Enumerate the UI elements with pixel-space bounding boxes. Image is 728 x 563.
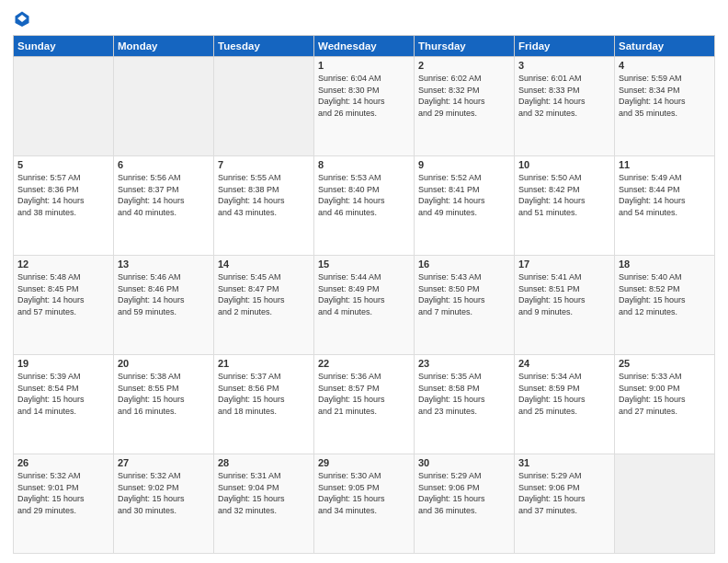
day-info: Sunrise: 5:36 AM Sunset: 8:57 PM Dayligh… [318,371,410,417]
day-number: 28 [218,457,310,468]
day-info: Sunrise: 6:01 AM Sunset: 8:33 PM Dayligh… [518,73,610,119]
calendar-cell: 10Sunrise: 5:50 AM Sunset: 8:42 PM Dayli… [515,156,615,256]
day-number: 31 [518,457,610,468]
day-info: Sunrise: 5:32 AM Sunset: 9:01 PM Dayligh… [17,470,109,516]
day-info: Sunrise: 5:29 AM Sunset: 9:06 PM Dayligh… [418,470,510,516]
day-info: Sunrise: 5:41 AM Sunset: 8:51 PM Dayligh… [518,271,610,317]
day-number: 22 [318,358,410,369]
day-info: Sunrise: 5:59 AM Sunset: 8:34 PM Dayligh… [619,73,711,119]
day-info: Sunrise: 5:52 AM Sunset: 8:41 PM Dayligh… [418,172,510,218]
day-number: 14 [218,259,310,270]
day-info: Sunrise: 5:32 AM Sunset: 9:02 PM Dayligh… [118,470,210,516]
calendar-cell: 18Sunrise: 5:40 AM Sunset: 8:52 PM Dayli… [615,256,715,355]
calendar-week-row: 12Sunrise: 5:48 AM Sunset: 8:45 PM Dayli… [14,256,715,355]
calendar-cell: 17Sunrise: 5:41 AM Sunset: 8:51 PM Dayli… [515,256,615,355]
calendar-cell: 31Sunrise: 5:29 AM Sunset: 9:06 PM Dayli… [515,454,615,554]
calendar-cell: 6Sunrise: 5:56 AM Sunset: 8:37 PM Daylig… [114,156,214,256]
calendar-week-row: 1Sunrise: 6:04 AM Sunset: 8:30 PM Daylig… [14,57,715,156]
day-number: 1 [318,60,410,71]
day-number: 18 [619,259,711,270]
calendar-cell: 9Sunrise: 5:52 AM Sunset: 8:41 PM Daylig… [415,156,515,256]
day-number: 3 [518,60,610,71]
day-number: 17 [518,259,610,270]
day-number: 10 [518,159,610,170]
calendar-header-thursday: Thursday [415,36,515,57]
day-info: Sunrise: 5:38 AM Sunset: 8:55 PM Dayligh… [118,371,210,417]
calendar-cell: 24Sunrise: 5:34 AM Sunset: 8:59 PM Dayli… [515,355,615,454]
day-info: Sunrise: 5:31 AM Sunset: 9:04 PM Dayligh… [218,470,310,516]
calendar-week-row: 19Sunrise: 5:39 AM Sunset: 8:54 PM Dayli… [14,355,715,454]
day-number: 27 [118,457,210,468]
day-info: Sunrise: 5:39 AM Sunset: 8:54 PM Dayligh… [17,371,109,417]
calendar-cell: 3Sunrise: 6:01 AM Sunset: 8:33 PM Daylig… [515,57,615,156]
page: SundayMondayTuesdayWednesdayThursdayFrid… [0,0,728,563]
calendar-cell: 16Sunrise: 5:43 AM Sunset: 8:50 PM Dayli… [415,256,515,355]
day-info: Sunrise: 5:48 AM Sunset: 8:45 PM Dayligh… [17,271,109,317]
day-number: 21 [218,358,310,369]
calendar-table: SundayMondayTuesdayWednesdayThursdayFrid… [13,35,715,554]
day-number: 8 [318,159,410,170]
calendar-cell: 4Sunrise: 5:59 AM Sunset: 8:34 PM Daylig… [615,57,715,156]
day-info: Sunrise: 5:43 AM Sunset: 8:50 PM Dayligh… [418,271,510,317]
day-info: Sunrise: 5:45 AM Sunset: 8:47 PM Dayligh… [218,271,310,317]
day-number: 13 [118,259,210,270]
day-info: Sunrise: 5:29 AM Sunset: 9:06 PM Dayligh… [518,470,610,516]
day-number: 6 [118,159,210,170]
calendar-cell: 26Sunrise: 5:32 AM Sunset: 9:01 PM Dayli… [14,454,114,554]
calendar-cell: 19Sunrise: 5:39 AM Sunset: 8:54 PM Dayli… [14,355,114,454]
day-number: 2 [418,60,510,71]
day-info: Sunrise: 5:44 AM Sunset: 8:49 PM Dayligh… [318,271,410,317]
day-number: 30 [418,457,510,468]
calendar-header-sunday: Sunday [14,36,114,57]
day-number: 16 [418,259,510,270]
day-info: Sunrise: 5:55 AM Sunset: 8:38 PM Dayligh… [218,172,310,218]
day-number: 11 [619,159,711,170]
calendar-cell: 23Sunrise: 5:35 AM Sunset: 8:58 PM Dayli… [415,355,515,454]
day-info: Sunrise: 5:30 AM Sunset: 9:05 PM Dayligh… [318,470,410,516]
calendar-cell: 28Sunrise: 5:31 AM Sunset: 9:04 PM Dayli… [214,454,314,554]
calendar-cell: 2Sunrise: 6:02 AM Sunset: 8:32 PM Daylig… [415,57,515,156]
calendar-cell: 5Sunrise: 5:57 AM Sunset: 8:36 PM Daylig… [14,156,114,256]
day-number: 26 [17,457,109,468]
day-info: Sunrise: 5:46 AM Sunset: 8:46 PM Dayligh… [118,271,210,317]
calendar-cell [14,57,114,156]
calendar-cell: 20Sunrise: 5:38 AM Sunset: 8:55 PM Dayli… [114,355,214,454]
calendar-week-row: 26Sunrise: 5:32 AM Sunset: 9:01 PM Dayli… [14,454,715,554]
calendar-cell: 22Sunrise: 5:36 AM Sunset: 8:57 PM Dayli… [314,355,415,454]
calendar-week-row: 5Sunrise: 5:57 AM Sunset: 8:36 PM Daylig… [14,156,715,256]
day-info: Sunrise: 6:04 AM Sunset: 8:30 PM Dayligh… [318,73,410,119]
day-number: 23 [418,358,510,369]
calendar-cell: 25Sunrise: 5:33 AM Sunset: 9:00 PM Dayli… [615,355,715,454]
day-number: 4 [619,60,711,71]
day-info: Sunrise: 6:02 AM Sunset: 8:32 PM Dayligh… [418,73,510,119]
calendar-cell: 8Sunrise: 5:53 AM Sunset: 8:40 PM Daylig… [314,156,415,256]
calendar-cell: 7Sunrise: 5:55 AM Sunset: 8:38 PM Daylig… [214,156,314,256]
day-info: Sunrise: 5:57 AM Sunset: 8:36 PM Dayligh… [17,172,109,218]
day-info: Sunrise: 5:56 AM Sunset: 8:37 PM Dayligh… [118,172,210,218]
calendar-cell: 14Sunrise: 5:45 AM Sunset: 8:47 PM Dayli… [214,256,314,355]
calendar-header-wednesday: Wednesday [314,36,415,57]
logo-icon [13,9,31,28]
day-info: Sunrise: 5:50 AM Sunset: 8:42 PM Dayligh… [518,172,610,218]
calendar-cell: 30Sunrise: 5:29 AM Sunset: 9:06 PM Dayli… [415,454,515,554]
day-info: Sunrise: 5:40 AM Sunset: 8:52 PM Dayligh… [619,271,711,317]
calendar-cell: 15Sunrise: 5:44 AM Sunset: 8:49 PM Dayli… [314,256,415,355]
calendar-cell: 21Sunrise: 5:37 AM Sunset: 8:56 PM Dayli… [214,355,314,454]
calendar-header-saturday: Saturday [615,36,715,57]
calendar-cell: 1Sunrise: 6:04 AM Sunset: 8:30 PM Daylig… [314,57,415,156]
day-number: 25 [619,358,711,369]
calendar-header-row: SundayMondayTuesdayWednesdayThursdayFrid… [14,36,715,57]
calendar-cell [114,57,214,156]
day-info: Sunrise: 5:53 AM Sunset: 8:40 PM Dayligh… [318,172,410,218]
day-info: Sunrise: 5:34 AM Sunset: 8:59 PM Dayligh… [518,371,610,417]
calendar-cell: 29Sunrise: 5:30 AM Sunset: 9:05 PM Dayli… [314,454,415,554]
calendar-cell: 13Sunrise: 5:46 AM Sunset: 8:46 PM Dayli… [114,256,214,355]
calendar-cell [214,57,314,156]
day-number: 9 [418,159,510,170]
calendar-header-monday: Monday [114,36,214,57]
calendar-cell: 27Sunrise: 5:32 AM Sunset: 9:02 PM Dayli… [114,454,214,554]
day-number: 7 [218,159,310,170]
day-info: Sunrise: 5:35 AM Sunset: 8:58 PM Dayligh… [418,371,510,417]
day-info: Sunrise: 5:33 AM Sunset: 9:00 PM Dayligh… [619,371,711,417]
day-number: 19 [17,358,109,369]
